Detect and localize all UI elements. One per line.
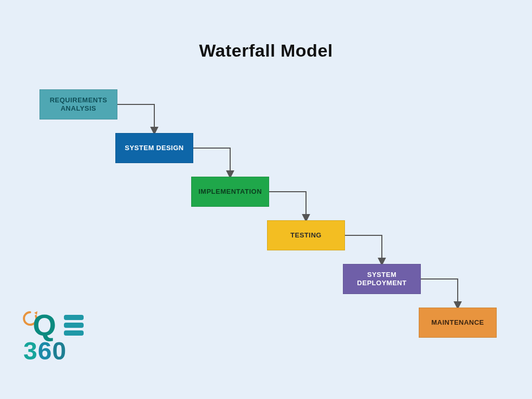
- step-label: REQUIREMENTS ANALYSIS: [43, 96, 114, 113]
- step-maintenance: MAINTENANCE: [419, 308, 497, 338]
- logo-digit-3: 3: [23, 337, 38, 365]
- step-system-deployment: SYSTEM DEPLOYMENT: [343, 264, 421, 294]
- step-label: TESTING: [290, 231, 322, 240]
- logo-letter-e-icon: [64, 315, 84, 338]
- step-label: SYSTEM DESIGN: [125, 144, 183, 152]
- logo-360: 360: [23, 337, 66, 365]
- step-label: MAINTENANCE: [431, 318, 484, 327]
- step-system-design: SYSTEM DESIGN: [115, 133, 193, 163]
- logo-digit-6: 6: [38, 337, 52, 365]
- arrow-system-deployment-to-maintenance: [421, 279, 458, 308]
- step-label: IMPLEMENTATION: [198, 188, 262, 196]
- arrow-requirements-analysis-to-system-design: [117, 104, 154, 133]
- step-testing: TESTING: [267, 220, 345, 250]
- step-requirements-analysis: REQUIREMENTS ANALYSIS: [39, 89, 117, 119]
- logo-digit-0: 0: [52, 337, 66, 365]
- arrow-testing-to-system-deployment: [345, 235, 382, 264]
- step-label: SYSTEM DEPLOYMENT: [347, 271, 417, 288]
- qe360-logo: Q 360: [23, 311, 101, 368]
- arrow-implementation-to-testing: [269, 192, 306, 220]
- step-implementation: IMPLEMENTATION: [191, 177, 269, 207]
- arrow-system-design-to-implementation: [193, 148, 230, 177]
